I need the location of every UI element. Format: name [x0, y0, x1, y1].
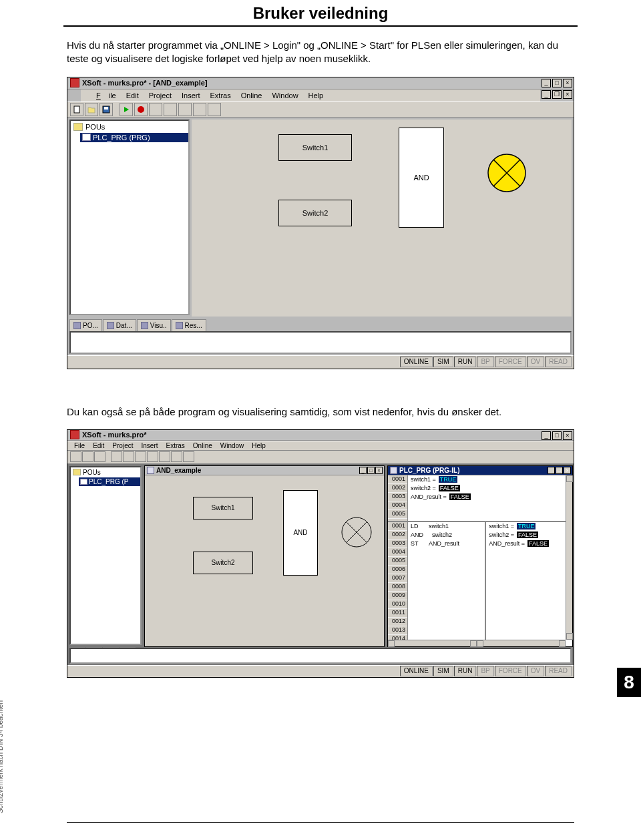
visu-icon [141, 322, 148, 329]
new-icon[interactable] [70, 451, 81, 462]
menu-help[interactable]: Help [248, 441, 269, 450]
tool-icon-4[interactable] [171, 451, 182, 462]
run-icon[interactable] [120, 103, 133, 116]
declaration-pane[interactable]: 0001 0002 0003 0004 0005 switch1 = TRUE … [388, 475, 566, 522]
status-sim: SIM [433, 666, 453, 676]
page-title: Bruker veiledning [0, 0, 641, 25]
message-pane [69, 648, 572, 664]
tab-label: PO... [83, 322, 98, 329]
output-lamp[interactable] [340, 515, 373, 549]
value-true: TRUE [439, 476, 458, 483]
switch2-box[interactable]: Switch2 [193, 552, 253, 574]
line-number: 0003 [388, 540, 407, 548]
tool-icon-1[interactable] [135, 451, 146, 462]
save-icon[interactable] [94, 451, 105, 462]
tool-icon-4[interactable] [193, 103, 206, 116]
new-icon[interactable] [70, 103, 83, 116]
menu-bar: File Edit Project Insert Extras Online W… [67, 441, 574, 451]
menu-online[interactable]: Online [237, 90, 266, 101]
run-icon[interactable] [111, 451, 122, 462]
scroll-left-icon[interactable] [477, 640, 483, 647]
visualization-canvas[interactable]: Switch1 Switch2 AND [146, 477, 383, 645]
menu-file[interactable]: File [92, 90, 120, 101]
line-gutter: 0001 0002 0003 0004 0005 [388, 475, 408, 521]
status-online: ONLINE [400, 357, 433, 367]
scroll-down-icon[interactable] [566, 633, 573, 640]
save-icon[interactable] [99, 103, 113, 116]
scroll-right-icon[interactable] [559, 640, 566, 647]
vertical-scrollbar[interactable] [566, 475, 572, 640]
minimize-button[interactable]: _ [548, 467, 555, 474]
mdi-close-button[interactable]: × [563, 90, 572, 99]
maximize-button[interactable]: □ [367, 467, 375, 474]
tool-icon-3[interactable] [159, 451, 170, 462]
menu-insert[interactable]: Insert [178, 90, 204, 101]
menu-file[interactable]: File [71, 441, 88, 450]
line-number: 0010 [388, 600, 407, 609]
menu-project[interactable]: Project [109, 441, 136, 450]
menu-edit[interactable]: Edit [122, 90, 143, 101]
menu-project[interactable]: Project [145, 90, 176, 101]
copyright-side-note: Schutzvermerk nach DIN 34 beachten [0, 700, 4, 813]
tab-visu[interactable]: Visu.. [137, 319, 171, 331]
toolbar [67, 451, 574, 464]
scroll-up-icon[interactable] [566, 475, 573, 482]
minimize-button[interactable]: _ [542, 431, 551, 440]
tab-pous[interactable]: PO... [69, 319, 102, 331]
close-button[interactable]: × [563, 431, 572, 440]
switch1-box[interactable]: Switch1 [193, 497, 253, 519]
app-icon [70, 78, 79, 87]
line-number: 0002 [388, 531, 407, 540]
menu-window[interactable]: Window [268, 90, 302, 101]
project-tree[interactable]: POUs PLC_PRG (P [69, 466, 142, 645]
maximize-button[interactable]: □ [552, 79, 562, 87]
tool-icon-1[interactable] [149, 103, 162, 116]
close-button[interactable]: × [375, 467, 383, 474]
scroll-left-icon[interactable] [388, 640, 395, 647]
stop-icon[interactable] [134, 103, 148, 116]
scroll-right-icon[interactable] [470, 640, 477, 647]
page-icon [82, 134, 91, 141]
menu-extras[interactable]: Extras [206, 90, 234, 101]
horizontal-scrollbar[interactable] [388, 640, 566, 646]
tool-icon-2[interactable] [164, 103, 177, 116]
tree-root-label: POUs [85, 123, 105, 131]
code-pane[interactable]: 0001000200030004000500060007000800090010… [388, 522, 566, 640]
project-tree[interactable]: POUs PLC_PRG (PRG) [69, 120, 190, 315]
maximize-button[interactable]: □ [552, 431, 562, 440]
output-lamp[interactable] [485, 152, 528, 194]
menu-edit[interactable]: Edit [89, 441, 108, 450]
menu-insert[interactable]: Insert [138, 441, 161, 450]
minimize-button[interactable]: _ [359, 467, 367, 474]
mdi-restore-button[interactable]: ❐ [552, 90, 562, 99]
menu-help[interactable]: Help [304, 90, 328, 101]
close-button[interactable]: × [563, 79, 572, 87]
and-box[interactable]: AND [283, 490, 318, 576]
tree-root[interactable]: POUs [71, 467, 140, 477]
tree-item-plc-prg[interactable]: PLC_PRG (P [79, 477, 140, 486]
stop-icon[interactable] [123, 451, 134, 462]
maximize-button[interactable]: □ [556, 467, 563, 474]
and-box[interactable]: AND [399, 128, 444, 228]
tab-datatypes[interactable]: Dat... [103, 319, 136, 331]
tool-icon-5[interactable] [183, 451, 194, 462]
menu-extras[interactable]: Extras [163, 441, 188, 450]
switch2-box[interactable]: Switch2 [278, 200, 352, 226]
tab-resources[interactable]: Res... [172, 319, 206, 331]
status-run: RUN [454, 666, 477, 676]
tool-icon-3[interactable] [178, 103, 192, 116]
open-icon[interactable] [85, 103, 98, 116]
menu-online[interactable]: Online [190, 441, 216, 450]
close-button[interactable]: × [564, 467, 571, 474]
tool-icon-5[interactable] [208, 103, 221, 116]
tree-item-plc-prg[interactable]: PLC_PRG (PRG) [80, 133, 188, 142]
visualization-canvas[interactable]: Switch1 Switch2 AND [192, 120, 572, 317]
menu-window[interactable]: Window [217, 441, 248, 450]
minimize-button[interactable]: _ [542, 79, 551, 87]
open-icon[interactable] [82, 451, 93, 462]
mdi-minimize-button[interactable]: _ [542, 90, 551, 99]
mdi-icon [390, 467, 397, 474]
switch1-box[interactable]: Switch1 [278, 134, 352, 161]
tool-icon-2[interactable] [147, 451, 158, 462]
tree-root[interactable]: POUs [71, 121, 188, 133]
